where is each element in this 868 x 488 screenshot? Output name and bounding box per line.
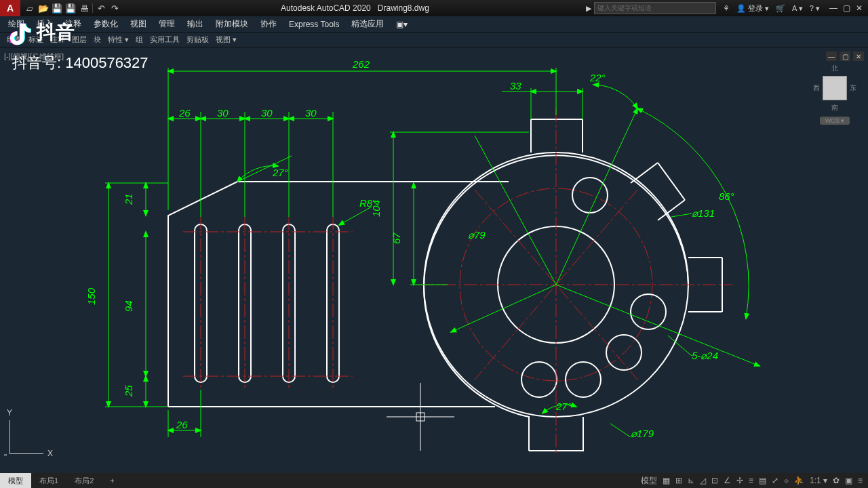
polar-icon[interactable]: ◿ — [700, 476, 706, 485]
dim-94: 94 — [123, 300, 134, 312]
search-input[interactable]: 键入关键字或短语 — [594, 2, 716, 14]
quick-access-toolbar: ▱ 📂 💾 💾 🖶 ↶ ↷ — [20, 3, 124, 14]
tab-layout1[interactable]: 布局1 — [31, 473, 66, 488]
save-icon[interactable]: 💾 — [52, 3, 62, 14]
dim-a27: 27° — [272, 167, 288, 178]
search-prefix-icon: ▶ — [586, 4, 591, 13]
undo-icon[interactable]: ↶ — [96, 3, 106, 14]
snap-icon[interactable]: ⊞ — [675, 476, 682, 485]
dim-a86: 86° — [719, 190, 734, 202]
svg-line-56 — [610, 424, 631, 437]
tab-layout2[interactable]: 布局2 — [66, 473, 102, 488]
new-icon[interactable]: ▱ — [24, 3, 35, 14]
douyin-id: 抖音号: 1400576327 — [12, 53, 149, 73]
status-icons: 模型 ▦ ⊞ ⊾ ◿ ⊡ ∠ ✢ ≡ ▤ ⤢ ⟐ ⛹ 1:1 ▾ ✿ ▣ ≡ — [641, 475, 868, 487]
exchange-icon[interactable]: A ▾ — [792, 4, 803, 13]
svg-line-55 — [668, 336, 692, 356]
dim-33: 33 — [510, 80, 521, 92]
panel-clip[interactable]: 剪贴板 — [186, 35, 209, 45]
dim-d524: 5-⌀24 — [692, 350, 718, 361]
ucs-icon: X Y ▫ — [9, 413, 50, 454]
help-icon[interactable]: ? ▾ — [810, 4, 820, 13]
panel-block[interactable]: 块 — [94, 35, 101, 45]
svg-point-9 — [572, 178, 608, 213]
dim-30c: 30 — [305, 107, 317, 119]
status-model[interactable]: 模型 — [641, 475, 657, 487]
dim-d131: ⌀131 — [692, 207, 715, 219]
svg-line-57 — [671, 214, 692, 217]
customize-icon[interactable]: ≡ — [858, 476, 863, 485]
tab-featured[interactable]: 精选应用 — [351, 18, 384, 30]
tab-express[interactable]: Express Tools — [289, 20, 339, 29]
panel-prop[interactable]: 特性 ▾ — [108, 35, 129, 45]
tab-add[interactable]: + — [102, 473, 122, 488]
title-bar: A ▱ 📂 💾 💾 🖶 ↶ ↷ Autodesk AutoCAD 2020 Dr… — [0, 0, 868, 16]
login-button[interactable]: 👤 登录 ▾ — [736, 3, 769, 14]
tab-parametric[interactable]: 参数化 — [94, 18, 118, 30]
otrack-icon[interactable]: ∠ — [724, 476, 731, 485]
svg-line-41 — [339, 207, 372, 225]
minimize-button[interactable]: — — [829, 3, 837, 13]
svg-point-11 — [606, 335, 642, 370]
dim-30b: 30 — [261, 107, 273, 119]
app-icon[interactable]: A — [0, 0, 20, 16]
dim-a22: 22° — [589, 72, 606, 83]
panel-util[interactable]: 实用工具 — [150, 35, 180, 45]
annoscale-icon[interactable]: ⟐ — [784, 476, 789, 485]
ortho-icon[interactable]: ⊾ — [688, 476, 694, 485]
tab-view[interactable]: 视图 — [130, 18, 146, 30]
dim-26a: 26 — [178, 107, 191, 119]
saveas-icon[interactable]: 💾 — [65, 3, 76, 14]
panel-group[interactable]: 组 — [136, 35, 143, 45]
tab-addins[interactable]: 附加模块 — [216, 18, 248, 30]
dim-25: 25 — [123, 385, 134, 397]
person-icon[interactable]: ⛹ — [794, 476, 804, 485]
dim-d79: ⌀79 — [468, 229, 486, 241]
dim-67: 67 — [391, 232, 402, 244]
redo-icon[interactable]: ↷ — [109, 3, 120, 14]
dim-150: 150 — [85, 287, 97, 305]
douyin-icon — [7, 19, 34, 46]
plot-icon[interactable]: 🖶 — [79, 3, 90, 14]
sc-icon[interactable]: ⤢ — [772, 476, 778, 485]
drawing-viewport[interactable]: [-][俯视][二维线框] — ▢ ✕ 北 西 东 南 WCS ▾ — [0, 47, 868, 473]
maximize-button[interactable]: ▢ — [843, 3, 850, 13]
title-right: ⚘ 👤 登录 ▾ 🛒 A ▾ ? ▾ — [723, 3, 824, 14]
open-icon[interactable]: 📂 — [38, 3, 49, 14]
separator — [92, 3, 93, 13]
ribbon-panels: 绘图 标注 注释 图层 块 特性 ▾ 组 实用工具 剪贴板 视图 ▾ — [0, 33, 868, 47]
osnap-icon[interactable]: ⊡ — [711, 476, 718, 485]
cart-icon[interactable]: 🛒 — [776, 4, 785, 13]
svg-line-23 — [556, 108, 637, 285]
iso-icon[interactable]: ▣ — [845, 476, 852, 485]
connect-icon[interactable]: ⚘ — [723, 4, 730, 13]
scale-button[interactable]: 1:1 ▾ — [810, 476, 827, 485]
svg-line-24 — [475, 136, 556, 285]
lweight-icon[interactable]: ≡ — [749, 476, 753, 485]
douyin-brand: 抖音 — [37, 20, 75, 45]
tab-extra-icon[interactable]: ▣▾ — [396, 20, 408, 29]
window-title: Autodesk AutoCAD 2020 Drawing8.dwg — [124, 3, 586, 13]
dim-a27b: 27° — [555, 401, 572, 412]
close-button[interactable]: ✕ — [856, 3, 863, 13]
tab-output[interactable]: 输出 — [187, 18, 203, 30]
svg-line-22 — [451, 285, 556, 332]
transp-icon[interactable]: ▤ — [759, 476, 766, 485]
gear-icon[interactable]: ✿ — [833, 476, 840, 485]
dynip-icon[interactable]: ✢ — [736, 476, 743, 485]
grid-icon[interactable]: ▦ — [663, 476, 670, 485]
drawing-canvas[interactable]: 262 33 22° 86° 26 30 30 30 27° R8 104 67 — [0, 47, 868, 473]
tab-manage[interactable]: 管理 — [159, 18, 175, 30]
dim-26b: 26 — [176, 419, 188, 430]
douyin-watermark: 抖音 — [7, 19, 75, 46]
dim-30a: 30 — [217, 107, 229, 119]
status-bar: 模型 布局1 布局2 + 模型 ▦ ⊞ ⊾ ◿ ⊡ ∠ ✢ ≡ ▤ ⤢ ⟐ ⛹ … — [0, 473, 868, 488]
dim-262: 262 — [352, 58, 370, 70]
window-controls: — ▢ ✕ — [824, 3, 868, 13]
panel-view[interactable]: 视图 ▾ — [216, 35, 237, 45]
dim-d179: ⌀179 — [631, 428, 654, 439]
tab-collab[interactable]: 协作 — [260, 18, 277, 30]
layout-tabs: 模型 布局1 布局2 + — [0, 473, 123, 488]
tab-model[interactable]: 模型 — [0, 473, 31, 488]
ribbon-tabs: 绘图 插入 注释 参数化 视图 管理 输出 附加模块 协作 Express To… — [0, 16, 868, 33]
